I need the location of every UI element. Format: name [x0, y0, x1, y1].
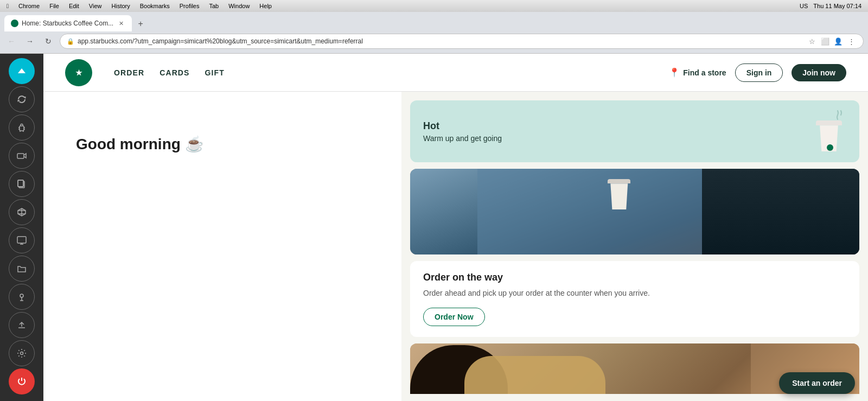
mac-status-bar: US Thu 11 May 07:14 — [800, 3, 861, 9]
header-actions: 📍 Find a store Sign in Join now — [669, 63, 846, 82]
starbucks-content: Good morning ☕ Hot Warm up and get going — [43, 92, 868, 401]
nav-cards[interactable]: CARDS — [159, 68, 189, 77]
power-icon-button[interactable] — [9, 368, 35, 394]
order-info-card: Order on the way Order ahead and pick up… — [410, 261, 859, 337]
ssl-lock-icon: 🔒 — [67, 38, 74, 45]
scroll-up-button[interactable] — [9, 58, 35, 84]
address-bar-row: ← → ↻ 🔒 app.starbucks.com/?utm_campaign=… — [0, 31, 868, 53]
mac-os-bar:  Chrome File Edit View History Bookmark… — [0, 0, 868, 12]
monitor-icon-button[interactable] — [9, 227, 35, 253]
join-now-button[interactable]: Join now — [792, 64, 846, 81]
bug-icon-button[interactable] — [9, 114, 35, 141]
location-icon: 📍 — [669, 67, 680, 78]
upload-icon-button[interactable] — [9, 312, 35, 338]
start-order-button[interactable]: Start an order — [779, 372, 855, 394]
order-title: Order on the way — [423, 272, 846, 283]
svg-rect-1 — [20, 126, 24, 131]
people-scene — [410, 169, 859, 254]
sign-in-button[interactable]: Sign in — [735, 63, 783, 82]
svg-point-0 — [12, 21, 17, 26]
history-menu[interactable]: History — [112, 3, 130, 9]
bookmarks-menu[interactable]: Bookmarks — [140, 3, 170, 9]
tab-bar: Home: Starbucks Coffee Com... ✕ + — [0, 12, 868, 31]
copy-icon-button[interactable] — [9, 171, 35, 197]
svg-rect-10 — [18, 180, 23, 187]
nav-order[interactable]: ORDER — [114, 68, 144, 77]
forward-button[interactable]: → — [23, 34, 37, 48]
svg-text:★: ★ — [75, 68, 82, 77]
svg-rect-8 — [17, 154, 24, 158]
tab-favicon — [11, 20, 18, 27]
main-layout: ★ ORDER CARDS GIFT 📍 Find a store Sign i… — [0, 54, 868, 401]
tab-close-button[interactable]: ✕ — [117, 19, 125, 28]
starbucks-page: ★ ORDER CARDS GIFT 📍 Find a store Sign i… — [43, 54, 868, 401]
edit-menu[interactable]: Edit — [69, 3, 79, 9]
sync-icon-button[interactable] — [9, 86, 35, 112]
extension-icon[interactable]: ⬜ — [820, 36, 831, 47]
file-menu[interactable]: File — [49, 3, 59, 9]
hot-title: Hot — [423, 120, 502, 132]
starbucks-nav: ORDER CARDS GIFT — [114, 68, 225, 77]
left-panel: Good morning ☕ — [43, 92, 401, 401]
datetime: Thu 11 May 07:14 — [813, 3, 861, 9]
dev-sidebar — [0, 54, 43, 401]
bookmark-icon[interactable]: ☆ — [807, 36, 818, 47]
tab-title: Home: Starbucks Coffee Com... — [22, 20, 113, 27]
active-tab[interactable]: Home: Starbucks Coffee Com... ✕ — [4, 15, 132, 31]
url-text: app.starbucks.com/?utm_campaign=simicart… — [78, 37, 803, 45]
help-menu[interactable]: Help — [259, 3, 272, 9]
chrome-menu[interactable]: Chrome — [18, 3, 40, 9]
mac-menu-bar:  Chrome File Edit View History Bookmark… — [7, 3, 272, 9]
gear-icon-button[interactable] — [9, 340, 35, 366]
video-icon-button[interactable] — [9, 143, 35, 169]
locale-indicator: US — [800, 3, 808, 9]
browser-chrome: Home: Starbucks Coffee Com... ✕ + ← → ↻ … — [0, 12, 868, 54]
profiles-menu[interactable]: Profiles — [180, 3, 200, 9]
find-store-label: Find a store — [683, 68, 726, 77]
order-image-card — [410, 169, 859, 254]
folder-icon-button[interactable] — [9, 256, 35, 282]
svg-point-20 — [21, 352, 23, 355]
order-now-button[interactable]: Order Now — [423, 308, 485, 326]
hot-subtitle: Warm up and get going — [423, 134, 502, 143]
apple-menu[interactable]:  — [7, 3, 9, 9]
nav-gift[interactable]: GIFT — [205, 68, 225, 77]
hot-card-text: Hot Warm up and get going — [423, 120, 502, 143]
address-bar[interactable]: 🔒 app.starbucks.com/?utm_campaign=simica… — [60, 34, 864, 49]
pin-icon-button[interactable] — [9, 284, 35, 310]
profile-icon[interactable]: 👤 — [833, 36, 844, 47]
back-button[interactable]: ← — [4, 34, 18, 48]
svg-rect-16 — [17, 237, 26, 243]
box-icon-button[interactable] — [9, 199, 35, 225]
view-menu[interactable]: View — [89, 3, 102, 9]
right-panel[interactable]: Hot Warm up and get going — [401, 92, 868, 401]
greeting-text: Good morning ☕ — [76, 135, 204, 153]
menu-dots-icon[interactable]: ⋮ — [846, 36, 857, 47]
starbucks-header: ★ ORDER CARDS GIFT 📍 Find a store Sign i… — [43, 54, 868, 92]
tab-menu[interactable]: Tab — [209, 3, 219, 9]
hot-card-cup-icon — [814, 110, 846, 153]
window-menu[interactable]: Window — [228, 3, 250, 9]
reload-button[interactable]: ↻ — [41, 34, 55, 48]
find-store-link[interactable]: 📍 Find a store — [669, 67, 726, 78]
address-bar-actions: ☆ ⬜ 👤 ⋮ — [807, 36, 857, 47]
new-tab-button[interactable]: + — [133, 16, 148, 31]
order-description: Order ahead and pick up your order at th… — [423, 288, 846, 299]
starbucks-logo[interactable]: ★ — [65, 59, 92, 86]
svg-point-19 — [20, 294, 23, 297]
hot-category-card[interactable]: Hot Warm up and get going — [410, 100, 859, 162]
